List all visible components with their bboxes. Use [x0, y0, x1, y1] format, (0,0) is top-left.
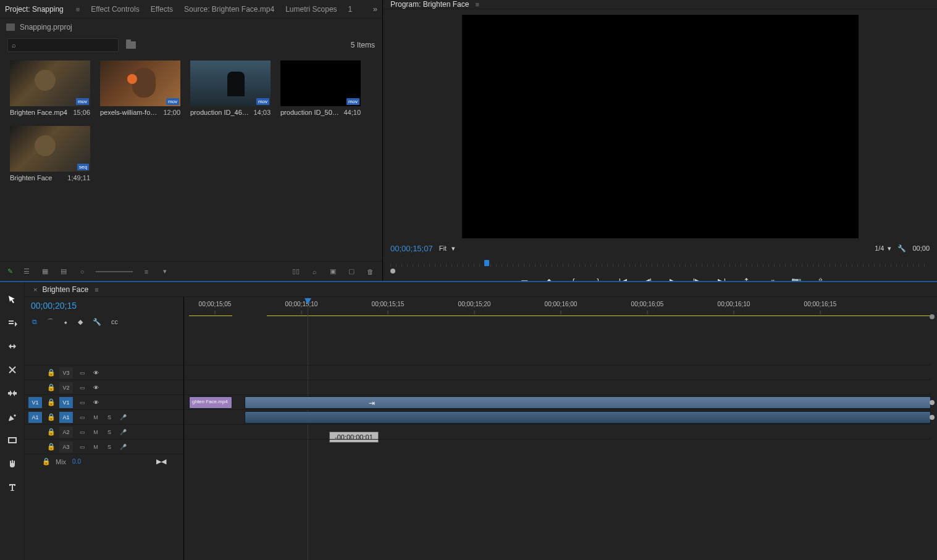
list-view-icon[interactable]: ☰ [22, 267, 32, 275]
sort-icon[interactable]: ≡ [141, 268, 151, 275]
sequence-thumbnail[interactable]: seq [10, 126, 90, 172]
panel-menu-icon[interactable]: ≡ [475, 1, 479, 8]
audio-clip[interactable] [245, 411, 931, 424]
track-lane-v3[interactable] [184, 365, 931, 380]
bin-item[interactable]: seq Brighten Face1;49;11 [10, 126, 90, 182]
chevron-down-icon[interactable]: ▾ [160, 267, 170, 275]
icon-view-icon[interactable]: ▦ [40, 267, 50, 275]
snap-icon[interactable]: ⧉ [32, 318, 37, 326]
scrub-zoom-knob[interactable] [390, 269, 395, 274]
zoom-slider[interactable] [96, 271, 133, 272]
slip-tool[interactable] [6, 387, 19, 399]
track-lane-a2[interactable] [184, 424, 931, 439]
program-canvas[interactable] [463, 15, 858, 238]
new-bin-icon[interactable]: ▣ [328, 267, 338, 275]
time-ruler[interactable]: 00;00;15;05 00;00;15;10 00;00;15;15 00;0… [184, 301, 931, 314]
toggle-sync-lock[interactable]: ▭ [78, 444, 86, 450]
track-target-a1[interactable]: A1 [59, 412, 73, 423]
track-lane-a1[interactable]: -00:00:00:01 [184, 409, 931, 424]
track-lane-a3[interactable] [184, 439, 931, 454]
search-input[interactable] [20, 41, 114, 49]
tab-source[interactable]: Source: Brighten Face.mp4 [184, 5, 274, 14]
track-target-v3[interactable]: V3 [59, 367, 73, 378]
tab-page-number[interactable]: 1 [348, 5, 353, 14]
track-lock[interactable]: 🔒 [42, 458, 49, 466]
source-patch-a1[interactable]: A1 [28, 412, 42, 423]
freeform-view-icon[interactable]: ▤ [59, 267, 69, 275]
clip-end-handle[interactable] [930, 400, 935, 405]
mute-button[interactable]: M [91, 429, 100, 435]
track-lock[interactable]: 🔒 [47, 398, 54, 406]
clip-thumbnail[interactable]: mov [100, 61, 180, 106]
track-lock[interactable]: 🔒 [47, 428, 54, 436]
tab-lumetri-scopes[interactable]: Lumetri Scopes [285, 5, 337, 14]
toggle-sync-lock[interactable]: ▭ [78, 370, 86, 376]
video-clip[interactable]: ghten Face.mp4 [189, 396, 232, 409]
toggle-sync-lock[interactable]: ▭ [78, 414, 86, 420]
program-scrubber[interactable] [390, 259, 930, 271]
tab-effect-controls[interactable]: Effect Controls [91, 5, 139, 14]
solo-button[interactable]: S [105, 444, 114, 450]
mute-button[interactable]: M [91, 414, 100, 420]
tab-effects[interactable]: Effects [151, 5, 173, 14]
tab-program[interactable]: Program: Brighten Face [390, 0, 469, 9]
track-lock[interactable]: 🔒 [47, 413, 54, 421]
wrench-icon[interactable]: 🔧 [93, 318, 101, 326]
bin-item[interactable]: mov Brighten Face.mp415;06 [10, 61, 90, 116]
razor-tool[interactable] [6, 364, 19, 376]
toggle-sync-lock[interactable]: ▭ [78, 429, 86, 435]
track-lane-v2[interactable] [184, 380, 931, 395]
clip-end-handle[interactable] [930, 415, 935, 420]
track-lock[interactable]: 🔒 [47, 443, 54, 451]
work-area-bar[interactable] [267, 316, 931, 316]
toggle-track-output[interactable]: 👁 [91, 385, 100, 391]
linked-selection-icon[interactable]: ⌒ [47, 317, 54, 327]
voiceover-record[interactable]: 🎤 [119, 444, 127, 450]
bin-item[interactable]: mov production ID_509…44;10 [280, 61, 361, 116]
work-area-bar[interactable] [189, 316, 232, 316]
track-target-a2[interactable]: A2 [59, 427, 73, 438]
track-target-v2[interactable]: V2 [59, 382, 73, 393]
program-timecode[interactable]: 00;00;15;07 [390, 244, 433, 253]
track-lane-v1[interactable]: ghten Face.mp4 ⇥ [184, 395, 931, 409]
clip-thumbnail[interactable]: mov [280, 61, 361, 106]
clip-thumbnail[interactable]: mov [10, 61, 90, 106]
source-patch-v1[interactable]: V1 [28, 397, 42, 408]
mix-output-icon[interactable]: ▶◀ [156, 458, 166, 466]
timeline-settings-icon[interactable]: ◆ [78, 318, 83, 326]
find-icon[interactable]: ⌕ [309, 268, 319, 275]
selection-tool[interactable] [6, 293, 19, 306]
work-area-end-handle[interactable] [930, 314, 935, 319]
program-viewer[interactable] [383, 9, 937, 238]
toggle-sync-lock[interactable]: ▭ [78, 399, 86, 406]
track-target-v1[interactable]: V1 [59, 397, 73, 408]
type-tool[interactable] [6, 481, 19, 493]
panel-menu-icon[interactable]: ≡ [95, 286, 98, 293]
timeline-timecode[interactable]: 00;00;20;15 [31, 301, 77, 311]
clip-thumbnail[interactable]: mov [190, 61, 271, 106]
track-lock[interactable]: 🔒 [47, 383, 54, 391]
tab-sequence[interactable]: Brighten Face [42, 285, 88, 294]
toggle-track-output[interactable]: 👁 [91, 370, 100, 376]
toggle-sync-lock[interactable]: ▭ [78, 385, 86, 391]
ripple-edit-tool[interactable] [6, 340, 19, 353]
scrub-track[interactable] [390, 264, 930, 267]
track-select-tool[interactable] [6, 317, 19, 329]
settings-icon[interactable]: 🔧 [897, 244, 906, 253]
project-search[interactable]: ⌕ [7, 38, 119, 52]
project-bin[interactable]: mov Brighten Face.mp415;06 mov pexels-wi… [0, 54, 382, 261]
track-target-a3[interactable]: A3 [59, 441, 73, 453]
scrub-playhead[interactable] [484, 260, 489, 266]
tabs-overflow[interactable]: » [373, 4, 377, 14]
voiceover-record[interactable]: 🎤 [119, 414, 127, 420]
mix-db[interactable]: 0.0 [72, 458, 81, 465]
close-sequence-icon[interactable]: × [33, 286, 37, 293]
track-lock[interactable]: 🔒 [47, 369, 54, 377]
zoom-fit-select[interactable]: Fit ▾ [439, 244, 455, 253]
write-mode-icon[interactable]: ✎ [7, 267, 13, 275]
pen-tool[interactable] [6, 411, 19, 423]
timeline-tracks-area[interactable]: 00;00;15;05 00;00;15;10 00;00;15;15 00;0… [184, 297, 937, 560]
toggle-track-output[interactable]: 👁 [91, 399, 100, 406]
tab-project[interactable]: Project: Snapping [5, 5, 64, 14]
bin-item[interactable]: mov production ID_461…14;03 [190, 61, 271, 116]
